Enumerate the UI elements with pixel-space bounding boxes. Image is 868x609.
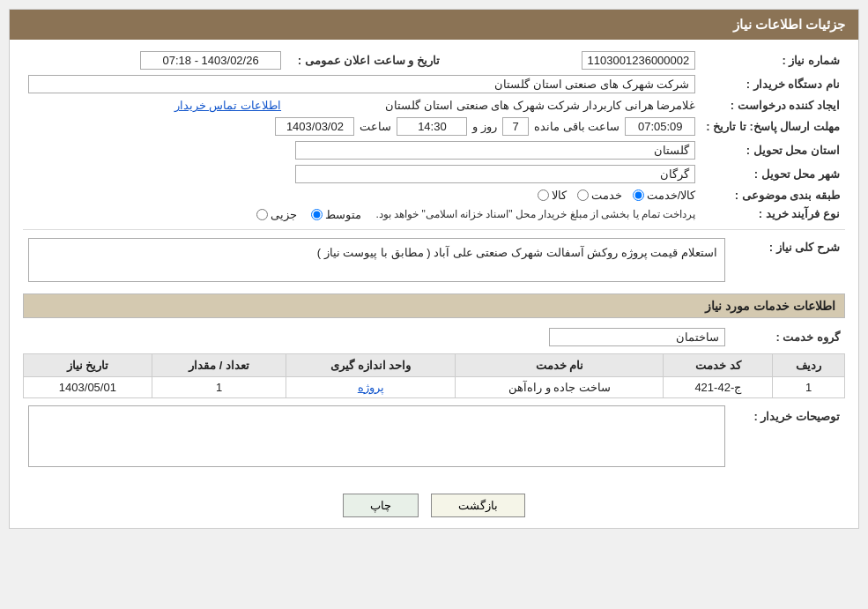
ejad-konande-link[interactable]: اطلاعات تماس خریدار xyxy=(174,99,281,112)
table-row: 1 ج-42-421 ساخت جاده و راه‌آهن پروژه 1 1… xyxy=(24,376,845,397)
row-tarikh: 1403/05/01 xyxy=(24,376,152,397)
baghimande-value: 07:05:09 xyxy=(625,117,695,136)
radio-jozi-input[interactable] xyxy=(256,209,268,220)
tarif-bandi-label: طبقه بندی موضوعی : xyxy=(701,186,845,204)
noe-farayand-value-cell: جزیی متوسط پرداخت تمام یا بخشی از مبلغ خ… xyxy=(23,204,701,224)
service-table-head: ردیف کد خدمت نام خدمت واحد اندازه گیری ت… xyxy=(24,353,845,376)
row-kod: ج-42-421 xyxy=(664,376,773,397)
notice-text: پرداخت تمام یا بخشی از مبلغ خریدار محل "… xyxy=(375,208,695,220)
row-radif: 1 xyxy=(773,376,845,397)
content-area: شماره نیاز : 1103001236000002 تاریخ و سا… xyxy=(10,40,858,483)
row-tedad: 1 xyxy=(152,376,286,397)
radio-motevaset-label: متوسط xyxy=(325,208,361,221)
service-table: ردیف کد خدمت نام خدمت واحد اندازه گیری ت… xyxy=(23,353,845,398)
tosihaat-textarea xyxy=(28,405,725,467)
th-tarikh: تاریخ نیاز xyxy=(24,353,152,376)
row-vahed-link[interactable]: پروژه xyxy=(358,381,384,394)
mohlat-value-cell: 1403/03/02 ساعت 14:30 روز و 7 ساعت باقی … xyxy=(23,115,701,138)
radio-kala-label: کالا xyxy=(552,189,567,202)
sharh-value-cell: استعلام قیمت پروژه روکش آسفالت شهرک صنعت… xyxy=(23,235,731,285)
ejad-konande-label: ایجاد کننده درخواست : xyxy=(701,96,845,115)
shahr-value: گرگان xyxy=(295,165,695,183)
shomare-niaz-label: شماره نیاز : xyxy=(701,48,845,72)
rooz-label: روز و xyxy=(472,120,497,133)
tarif-bandi-radio-group: کالا خدمت کالا/خدمت xyxy=(538,189,696,202)
grooh-table: گروه خدمت : ساختمان xyxy=(23,325,845,349)
ejad-konande-value: غلامرضا هرانی کاربردار شرکت شهرک های صنع… xyxy=(385,99,695,112)
tarikh-value: 1403/03/02 xyxy=(275,117,354,136)
radio-kala-item: کالا xyxy=(538,189,567,202)
tosihaat-table: توصیحات خریدار : xyxy=(23,403,845,470)
print-button[interactable]: چاپ xyxy=(343,494,419,517)
radio-khedmat-label: خدمت xyxy=(591,189,622,202)
radio-jozi-label: جزیی xyxy=(271,208,297,221)
th-kod: کد خدمت xyxy=(664,353,773,376)
sharh-table: شرح کلی نیاز : استعلام قیمت پروژه روکش آ… xyxy=(23,235,845,285)
sharh-text: استعلام قیمت پروژه روکش آسفالت شهرک صنعت… xyxy=(28,238,725,282)
khadamat-section-title: اطلاعات خدمات مورد نیاز xyxy=(23,293,845,318)
nam-dastgah-value-cell: شرکت شهرک های صنعتی استان گلستان xyxy=(23,72,701,96)
shomare-niaz-value-cell: 1103001236000002 xyxy=(480,48,701,72)
ostan-value: گلستان xyxy=(295,141,695,160)
tosihaat-value-cell xyxy=(23,403,731,470)
th-vahed: واحد اندازه گیری xyxy=(286,353,456,376)
sharh-label: شرح کلی نیاز : xyxy=(731,235,845,285)
taarikh-elan-value: 1403/02/26 - 07:18 xyxy=(140,51,281,70)
radio-khedmat-input[interactable] xyxy=(577,189,589,201)
service-table-body: 1 ج-42-421 ساخت جاده و راه‌آهن پروژه 1 1… xyxy=(24,376,845,397)
separator-1 xyxy=(23,229,845,230)
taarikh-elan-label: تاریخ و ساعت اعلان عمومی : xyxy=(286,48,445,72)
radio-jozi-item: جزیی xyxy=(256,208,297,221)
grooh-value-cell: ساختمان xyxy=(23,325,731,349)
ejad-konande-value-cell: غلامرضا هرانی کاربردار شرکت شهرک های صنع… xyxy=(286,96,701,115)
nam-dastgah-value: شرکت شهرک های صنعتی استان گلستان xyxy=(28,75,695,93)
main-container: جزئیات اطلاعات نیاز شماره نیاز : 1103001… xyxy=(9,9,859,529)
ostan-label: استان محل تحویل : xyxy=(701,138,845,162)
nam-dastgah-label: نام دستگاه خریدار : xyxy=(701,72,845,96)
noe-farayand-label: نوع فرآیند خرید : xyxy=(701,204,845,224)
row-nam: ساخت جاده و راه‌آهن xyxy=(456,376,664,397)
radio-khedmat-item: خدمت xyxy=(577,189,622,202)
page-wrapper: جزئیات اطلاعات نیاز شماره نیاز : 1103001… xyxy=(0,0,868,609)
th-radif: ردیف xyxy=(773,353,845,376)
tosihaat-label: توصیحات خریدار : xyxy=(731,403,845,470)
button-bar: بازگشت چاپ xyxy=(10,483,858,528)
radio-kala-khedmat-input[interactable] xyxy=(633,189,644,201)
shahr-label: شهر محل تحویل : xyxy=(701,162,845,186)
saat-label: ساعت xyxy=(360,120,391,133)
radio-motevaset-item: متوسط xyxy=(311,208,361,221)
row-vahed: پروژه xyxy=(286,376,456,397)
baghimande-label: ساعت باقی مانده xyxy=(534,120,619,133)
radio-kala-khedmat-label: کالا/خدمت xyxy=(647,189,696,202)
info-table-main: شماره نیاز : 1103001236000002 تاریخ و سا… xyxy=(23,48,845,224)
taarikh-elan-value-cell: 1403/02/26 - 07:18 xyxy=(23,48,286,72)
grooh-value: ساختمان xyxy=(549,328,725,346)
radio-kala-khedmat-item: کالا/خدمت xyxy=(633,189,696,202)
ejad-konande-link-cell: اطلاعات تماس خریدار xyxy=(23,96,286,115)
radio-motevaset-input[interactable] xyxy=(311,209,323,220)
radio-kala-input[interactable] xyxy=(538,189,549,201)
shomare-niaz-value: 1103001236000002 xyxy=(582,51,696,70)
saat-value: 14:30 xyxy=(397,117,467,136)
page-title: جزئیات اطلاعات نیاز xyxy=(733,17,845,32)
mohlat-label: مهلت ارسال پاسخ: تا تاریخ : xyxy=(701,115,845,138)
th-tedad: تعداد / مقدار xyxy=(152,353,286,376)
back-button[interactable]: بازگشت xyxy=(431,494,525,517)
tarif-bandi-value-cell: کالا خدمت کالا/خدمت xyxy=(23,186,701,204)
rooz-value: 7 xyxy=(502,117,529,136)
grooh-label: گروه خدمت : xyxy=(731,325,845,349)
th-nam: نام خدمت xyxy=(456,353,664,376)
shahr-value-cell: گرگان xyxy=(23,162,701,186)
header-bar: جزئیات اطلاعات نیاز xyxy=(10,10,858,40)
ostan-value-cell: گلستان xyxy=(23,138,701,162)
